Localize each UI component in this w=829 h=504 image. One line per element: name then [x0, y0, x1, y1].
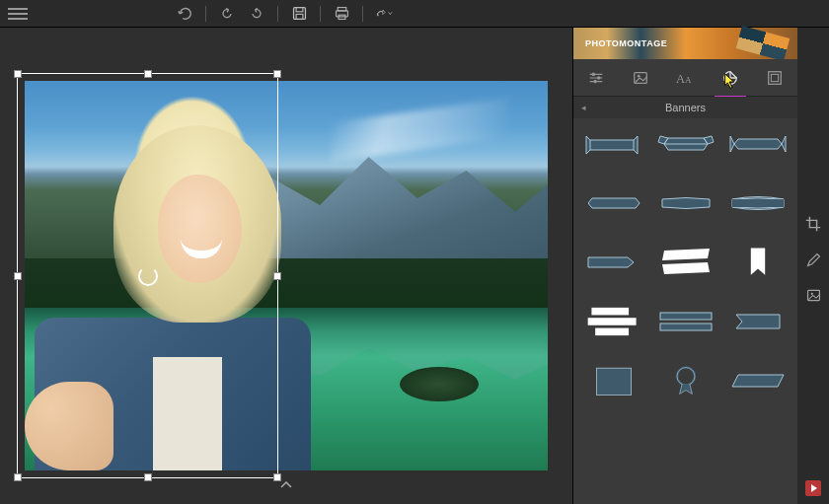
banner-ribbon-1[interactable]	[583, 126, 644, 162]
stickers-grid[interactable]	[573, 118, 797, 504]
resize-handle-bm[interactable]	[144, 473, 152, 481]
svg-point-25	[810, 292, 812, 294]
resize-handle-tm[interactable]	[144, 70, 152, 78]
separator	[320, 6, 321, 22]
banner-award-badge[interactable]	[655, 363, 716, 398]
svg-rect-0	[293, 8, 305, 20]
separator	[277, 6, 278, 22]
banner-ribbon-2[interactable]	[655, 126, 716, 162]
tab-frame[interactable]	[761, 64, 789, 92]
undo-step-button[interactable]	[218, 5, 236, 23]
svg-rect-15	[732, 199, 784, 207]
banner-bookmark[interactable]	[727, 245, 789, 280]
resize-handle-bl[interactable]	[14, 473, 22, 481]
composite-image[interactable]	[25, 81, 548, 470]
resize-handle-ml[interactable]	[14, 272, 22, 280]
banner-bars-white[interactable]	[583, 304, 644, 339]
tab-image[interactable]	[627, 64, 654, 92]
banner-flat-1[interactable]	[583, 185, 644, 221]
section-title: Banners	[665, 102, 706, 113]
print-button[interactable]	[333, 5, 350, 23]
svg-point-10	[638, 74, 641, 77]
tab-adjust[interactable]	[582, 64, 610, 92]
right-panel: PHOTOMONTAGE AA ◂ Banners	[572, 28, 797, 504]
expand-chevron-icon[interactable]	[280, 478, 292, 492]
svg-point-23	[677, 368, 695, 386]
svg-rect-17	[587, 318, 636, 325]
svg-rect-18	[595, 328, 629, 336]
tab-text[interactable]: AA	[671, 64, 699, 92]
image-tool-icon[interactable]	[804, 286, 822, 304]
cursor-icon	[723, 73, 737, 91]
panel-header: PHOTOMONTAGE	[573, 28, 797, 59]
banner-double-stripe[interactable]	[655, 304, 716, 339]
banner-rect[interactable]	[583, 363, 644, 398]
svg-rect-14	[772, 74, 779, 81]
share-button[interactable]	[375, 5, 393, 23]
canvas[interactable]	[25, 81, 548, 470]
resize-handle-tr[interactable]	[273, 70, 281, 78]
mode-label: PHOTOMONTAGE	[585, 38, 667, 48]
redo-button[interactable]	[248, 5, 265, 23]
banner-ribbon-3[interactable]	[727, 126, 789, 162]
hamburger-menu-icon[interactable]	[8, 4, 28, 24]
resize-handle-tl[interactable]	[14, 70, 22, 78]
play-indicator-icon[interactable]	[805, 480, 821, 496]
svg-text:A: A	[685, 74, 692, 84]
svg-point-6	[591, 72, 595, 76]
svg-rect-16	[591, 308, 629, 316]
crop-tool-icon[interactable]	[804, 215, 822, 233]
banner-flat-2[interactable]	[655, 185, 716, 221]
main-area: PHOTOMONTAGE AA ◂ Banners	[0, 28, 829, 504]
svg-rect-13	[769, 71, 782, 84]
pencil-tool-icon[interactable]	[804, 251, 822, 268]
undo-button[interactable]	[176, 5, 193, 23]
banner-parallelogram[interactable]	[727, 363, 789, 398]
svg-point-8	[593, 79, 597, 83]
top-toolbar	[0, 0, 829, 28]
svg-text:A: A	[676, 71, 685, 85]
banner-flat-3[interactable]	[727, 185, 789, 221]
toolbar-actions	[176, 5, 393, 23]
separator	[362, 6, 363, 22]
canvas-area[interactable]	[0, 28, 572, 504]
banner-stripes-white[interactable]	[655, 245, 716, 280]
svg-rect-4	[336, 11, 347, 17]
collapse-triangle-icon: ◂	[581, 103, 586, 112]
save-button[interactable]	[290, 5, 308, 23]
section-header[interactable]: ◂ Banners	[573, 97, 797, 118]
right-tool-strip	[797, 28, 829, 504]
panel-tabs: AA	[573, 59, 797, 97]
svg-rect-20	[660, 324, 712, 330]
svg-rect-19	[660, 313, 712, 320]
svg-point-7	[597, 76, 601, 80]
svg-rect-2	[296, 14, 303, 19]
banner-tag[interactable]	[583, 245, 644, 280]
svg-rect-21	[596, 368, 631, 395]
banner-pennant[interactable]	[727, 304, 789, 339]
separator	[205, 6, 206, 22]
